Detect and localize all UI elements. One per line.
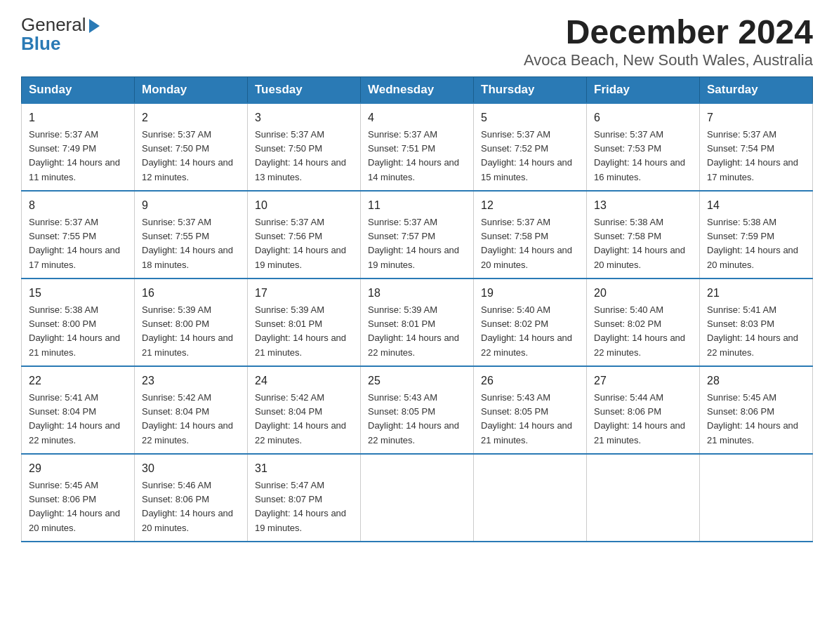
- day-number: 10: [255, 197, 353, 214]
- col-wednesday: Wednesday: [361, 76, 474, 103]
- list-item: 6 Sunrise: 5:37 AMSunset: 7:53 PMDayligh…: [587, 103, 700, 191]
- day-number: 23: [142, 373, 240, 389]
- list-item: 24 Sunrise: 5:42 AMSunset: 8:04 PMDaylig…: [248, 366, 361, 454]
- list-item: 17 Sunrise: 5:39 AMSunset: 8:01 PMDaylig…: [248, 279, 361, 366]
- day-number: 2: [142, 109, 240, 126]
- table-row: 22 Sunrise: 5:41 AMSunset: 8:04 PMDaylig…: [22, 366, 813, 454]
- day-number: 22: [29, 373, 127, 389]
- day-number: 5: [481, 109, 579, 126]
- col-sunday: Sunday: [22, 76, 135, 103]
- day-number: 4: [368, 109, 466, 126]
- list-item: [700, 454, 813, 542]
- day-info: Sunrise: 5:41 AMSunset: 8:03 PMDaylight:…: [707, 304, 798, 358]
- day-info: Sunrise: 5:44 AMSunset: 8:06 PMDaylight:…: [594, 392, 685, 445]
- day-number: 31: [255, 460, 353, 477]
- list-item: 15 Sunrise: 5:38 AMSunset: 8:00 PMDaylig…: [22, 279, 135, 366]
- day-number: 24: [255, 373, 353, 389]
- day-info: Sunrise: 5:37 AMSunset: 7:55 PMDaylight:…: [142, 217, 233, 270]
- day-info: Sunrise: 5:37 AMSunset: 7:57 PMDaylight:…: [368, 217, 459, 270]
- day-info: Sunrise: 5:38 AMSunset: 7:58 PMDaylight:…: [594, 217, 685, 270]
- list-item: 20 Sunrise: 5:40 AMSunset: 8:02 PMDaylig…: [587, 279, 700, 366]
- day-info: Sunrise: 5:42 AMSunset: 8:04 PMDaylight:…: [255, 392, 346, 445]
- list-item: 4 Sunrise: 5:37 AMSunset: 7:51 PMDayligh…: [361, 103, 474, 191]
- calendar-header-row: Sunday Monday Tuesday Wednesday Thursday…: [22, 76, 813, 103]
- page-header: General Blue December 2024 Avoca Beach, …: [21, 14, 813, 69]
- day-number: 25: [368, 373, 466, 389]
- list-item: 30 Sunrise: 5:46 AMSunset: 8:06 PMDaylig…: [135, 454, 248, 542]
- day-number: 16: [142, 285, 240, 302]
- day-info: Sunrise: 5:38 AMSunset: 7:59 PMDaylight:…: [707, 217, 798, 270]
- list-item: 11 Sunrise: 5:37 AMSunset: 7:57 PMDaylig…: [361, 191, 474, 279]
- table-row: 8 Sunrise: 5:37 AMSunset: 7:55 PMDayligh…: [22, 191, 813, 279]
- calendar-table: Sunday Monday Tuesday Wednesday Thursday…: [21, 76, 813, 542]
- logo: General Blue: [21, 14, 100, 55]
- list-item: 31 Sunrise: 5:47 AMSunset: 8:07 PMDaylig…: [248, 454, 361, 542]
- list-item: 16 Sunrise: 5:39 AMSunset: 8:00 PMDaylig…: [135, 279, 248, 366]
- col-tuesday: Tuesday: [248, 76, 361, 103]
- day-info: Sunrise: 5:37 AMSunset: 7:50 PMDaylight:…: [142, 129, 233, 182]
- day-info: Sunrise: 5:39 AMSunset: 8:00 PMDaylight:…: [142, 304, 233, 358]
- day-info: Sunrise: 5:43 AMSunset: 8:05 PMDaylight:…: [368, 392, 459, 445]
- day-number: 21: [707, 285, 805, 302]
- day-info: Sunrise: 5:40 AMSunset: 8:02 PMDaylight:…: [481, 304, 572, 358]
- day-info: Sunrise: 5:40 AMSunset: 8:02 PMDaylight:…: [594, 304, 685, 358]
- day-info: Sunrise: 5:37 AMSunset: 7:58 PMDaylight:…: [481, 217, 572, 270]
- table-row: 1 Sunrise: 5:37 AMSunset: 7:49 PMDayligh…: [22, 103, 813, 191]
- day-number: 3: [255, 109, 353, 126]
- list-item: 10 Sunrise: 5:37 AMSunset: 7:56 PMDaylig…: [248, 191, 361, 279]
- day-number: 11: [368, 197, 466, 214]
- day-info: Sunrise: 5:45 AMSunset: 8:06 PMDaylight:…: [29, 480, 120, 533]
- day-number: 7: [707, 109, 805, 126]
- day-number: 6: [594, 109, 692, 126]
- day-number: 13: [594, 197, 692, 214]
- logo-blue: Blue: [21, 33, 60, 55]
- day-number: 19: [481, 285, 579, 302]
- list-item: 22 Sunrise: 5:41 AMSunset: 8:04 PMDaylig…: [22, 366, 135, 454]
- table-row: 15 Sunrise: 5:38 AMSunset: 8:00 PMDaylig…: [22, 279, 813, 366]
- day-number: 8: [29, 197, 127, 214]
- col-saturday: Saturday: [700, 76, 813, 103]
- list-item: 14 Sunrise: 5:38 AMSunset: 7:59 PMDaylig…: [700, 191, 813, 279]
- col-thursday: Thursday: [474, 76, 587, 103]
- list-item: 13 Sunrise: 5:38 AMSunset: 7:58 PMDaylig…: [587, 191, 700, 279]
- day-info: Sunrise: 5:41 AMSunset: 8:04 PMDaylight:…: [29, 392, 120, 445]
- logo-arrow-icon: [89, 19, 100, 33]
- list-item: 23 Sunrise: 5:42 AMSunset: 8:04 PMDaylig…: [135, 366, 248, 454]
- day-number: 27: [594, 373, 692, 389]
- day-number: 1: [29, 109, 127, 126]
- day-info: Sunrise: 5:37 AMSunset: 7:50 PMDaylight:…: [255, 129, 346, 182]
- calendar-subtitle: Avoca Beach, New South Wales, Australia: [524, 51, 813, 69]
- day-number: 30: [142, 460, 240, 477]
- day-info: Sunrise: 5:37 AMSunset: 7:49 PMDaylight:…: [29, 129, 120, 182]
- list-item: 9 Sunrise: 5:37 AMSunset: 7:55 PMDayligh…: [135, 191, 248, 279]
- list-item: 7 Sunrise: 5:37 AMSunset: 7:54 PMDayligh…: [700, 103, 813, 191]
- col-friday: Friday: [587, 76, 700, 103]
- day-number: 20: [594, 285, 692, 302]
- day-number: 26: [481, 373, 579, 389]
- list-item: 2 Sunrise: 5:37 AMSunset: 7:50 PMDayligh…: [135, 103, 248, 191]
- day-info: Sunrise: 5:42 AMSunset: 8:04 PMDaylight:…: [142, 392, 233, 445]
- list-item: 26 Sunrise: 5:43 AMSunset: 8:05 PMDaylig…: [474, 366, 587, 454]
- list-item: 25 Sunrise: 5:43 AMSunset: 8:05 PMDaylig…: [361, 366, 474, 454]
- list-item: 5 Sunrise: 5:37 AMSunset: 7:52 PMDayligh…: [474, 103, 587, 191]
- list-item: 8 Sunrise: 5:37 AMSunset: 7:55 PMDayligh…: [22, 191, 135, 279]
- day-number: 12: [481, 197, 579, 214]
- day-info: Sunrise: 5:37 AMSunset: 7:53 PMDaylight:…: [594, 129, 685, 182]
- list-item: [587, 454, 700, 542]
- day-number: 18: [368, 285, 466, 302]
- list-item: [474, 454, 587, 542]
- day-number: 28: [707, 373, 805, 389]
- list-item: 28 Sunrise: 5:45 AMSunset: 8:06 PMDaylig…: [700, 366, 813, 454]
- title-block: December 2024 Avoca Beach, New South Wal…: [524, 14, 813, 69]
- list-item: 19 Sunrise: 5:40 AMSunset: 8:02 PMDaylig…: [474, 279, 587, 366]
- day-info: Sunrise: 5:38 AMSunset: 8:00 PMDaylight:…: [29, 304, 120, 358]
- list-item: 3 Sunrise: 5:37 AMSunset: 7:50 PMDayligh…: [248, 103, 361, 191]
- list-item: 27 Sunrise: 5:44 AMSunset: 8:06 PMDaylig…: [587, 366, 700, 454]
- col-monday: Monday: [135, 76, 248, 103]
- day-info: Sunrise: 5:46 AMSunset: 8:06 PMDaylight:…: [142, 480, 233, 533]
- list-item: 12 Sunrise: 5:37 AMSunset: 7:58 PMDaylig…: [474, 191, 587, 279]
- day-info: Sunrise: 5:45 AMSunset: 8:06 PMDaylight:…: [707, 392, 798, 445]
- day-info: Sunrise: 5:37 AMSunset: 7:54 PMDaylight:…: [707, 129, 798, 182]
- day-number: 29: [29, 460, 127, 477]
- day-number: 15: [29, 285, 127, 302]
